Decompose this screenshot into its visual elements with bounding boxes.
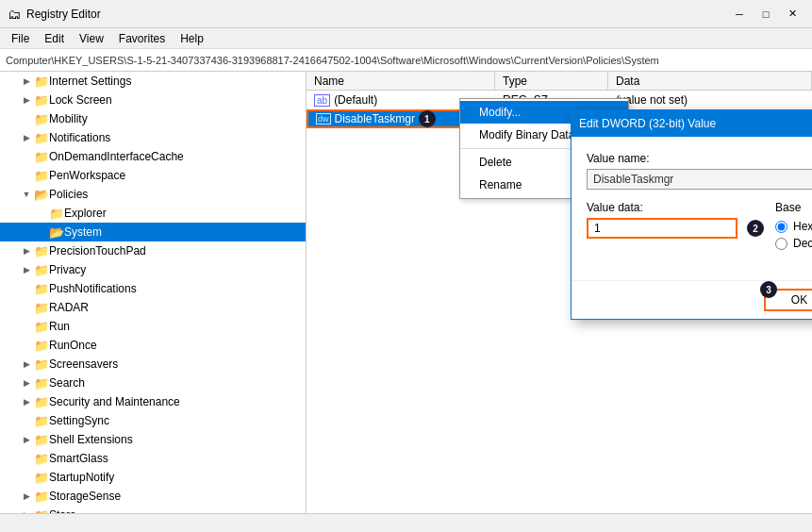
- menu-view[interactable]: View: [72, 30, 111, 47]
- tree-item-policies[interactable]: ▼ 📂 Policies: [0, 185, 306, 204]
- folder-icon: 📁: [34, 471, 49, 485]
- tree-item-notifications[interactable]: ▶ 📁 Notifications: [0, 128, 306, 147]
- folder-icon: 📁: [34, 508, 49, 514]
- tree-item-settingsync[interactable]: 📁 SettingSync: [0, 411, 306, 430]
- expand-icon: [19, 281, 34, 296]
- expand-icon: [19, 413, 34, 428]
- value-data-input[interactable]: [587, 218, 737, 239]
- tree-item-radar[interactable]: 📁 RADAR: [0, 298, 306, 317]
- tree-item-store[interactable]: ▶ 📁 Store: [0, 506, 306, 513]
- folder-icon: 📁: [34, 150, 49, 164]
- address-path: Computer\HKEY_USERS\S-1-5-21-3407337436-…: [6, 55, 659, 66]
- folder-icon: 📁: [34, 263, 49, 277]
- expand-icon: ▶: [19, 507, 34, 513]
- values-header: Name Type Data: [307, 72, 812, 91]
- radio-dec-input[interactable]: [775, 238, 787, 250]
- tree-item-security[interactable]: ▶ 📁 Security and Maintenance: [0, 392, 306, 411]
- tree-item-ondemand[interactable]: 📁 OnDemandInterfaceCache: [0, 147, 306, 166]
- tree-label: PrecisionTouchPad: [49, 244, 146, 258]
- folder-icon: 📁: [34, 490, 49, 504]
- tree-label: OnDemandInterfaceCache: [49, 150, 184, 163]
- radio-dec-label: Decimal: [793, 237, 812, 250]
- expand-icon: ▶: [19, 262, 34, 277]
- tree-label: Notifications: [49, 131, 110, 144]
- value-name-input[interactable]: [587, 169, 812, 190]
- value-data-default: (value not set): [608, 91, 812, 109]
- tree-item-internet-settings[interactable]: ▶ 📁 Internet Settings: [0, 72, 306, 91]
- maximize-button[interactable]: □: [754, 5, 778, 24]
- folder-icon: 📁: [49, 207, 64, 221]
- column-type: Type: [495, 72, 608, 90]
- expand-icon: ▶: [19, 432, 34, 447]
- minimize-button[interactable]: ─: [727, 5, 752, 24]
- expand-icon: ▼: [19, 187, 34, 202]
- expand-icon: ▶: [19, 130, 34, 145]
- base-label: Base: [775, 201, 812, 214]
- radio-hexadecimal[interactable]: Hexadecimal: [775, 220, 812, 233]
- tree-item-shellextensions[interactable]: ▶ 📁 Shell Extensions: [0, 430, 306, 449]
- tree-label: Privacy: [49, 263, 86, 276]
- tree-item-penworkspace[interactable]: 📁 PenWorkspace: [0, 166, 306, 185]
- tree-item-mobility[interactable]: 📁 Mobility: [0, 109, 306, 128]
- window-controls: ─ □ ✕: [727, 5, 804, 24]
- reg-dword-icon: dw: [316, 113, 331, 125]
- tree-item-screensavers[interactable]: ▶ 📁 Screensavers: [0, 355, 306, 374]
- tree-label: PenWorkspace: [49, 169, 125, 182]
- tree-item-system[interactable]: 📂 System: [0, 223, 306, 241]
- expand-icon: [19, 168, 34, 183]
- tree-item-search[interactable]: ▶ 📁 Search: [0, 374, 306, 392]
- tree-label: Mobility: [49, 112, 88, 125]
- radio-decimal[interactable]: Decimal: [775, 237, 812, 250]
- expand-icon: [19, 111, 34, 126]
- folder-icon: 📁: [34, 357, 49, 372]
- folder-icon: 📁: [34, 395, 49, 409]
- menu-file[interactable]: File: [4, 30, 37, 47]
- expand-icon: [34, 206, 49, 221]
- tree-label: Search: [49, 376, 85, 390]
- menu-favorites[interactable]: Favorites: [111, 30, 173, 47]
- tree-item-precisiontouchpad[interactable]: ▶ 📁 PrecisionTouchPad: [0, 241, 306, 260]
- column-data: Data: [608, 72, 812, 90]
- menu-edit[interactable]: Edit: [37, 30, 72, 47]
- dialog-footer: OK 3 Cancel: [572, 280, 812, 319]
- dialog-title: Edit DWORD (32-bit) Value: [579, 117, 812, 130]
- tree-label: SmartGlass: [49, 452, 108, 465]
- radio-hex-label: Hexadecimal: [793, 220, 812, 233]
- tree-label: Security and Maintenance: [49, 395, 180, 408]
- tree-label: Store: [49, 508, 76, 513]
- close-button[interactable]: ✕: [780, 5, 804, 24]
- tree-item-pushnotifications[interactable]: 📁 PushNotifications: [0, 279, 306, 298]
- radio-hex-input[interactable]: [775, 221, 787, 233]
- tree-label: Screensavers: [49, 357, 118, 371]
- tree-label: PushNotifications: [49, 282, 137, 295]
- expand-icon: ▶: [19, 92, 34, 108]
- title-bar-title: Registry Editor: [26, 8, 727, 21]
- tree-item-smartglass[interactable]: 📁 SmartGlass: [0, 449, 306, 468]
- tree-item-runonce[interactable]: 📁 RunOnce: [0, 336, 306, 355]
- tree-item-storagesense[interactable]: ▶ 📁 StorageSense: [0, 487, 306, 506]
- address-bar: Computer\HKEY_USERS\S-1-5-21-3407337436-…: [0, 49, 812, 72]
- expand-icon: [34, 224, 49, 240]
- tree-item-explorer[interactable]: 📁 Explorer: [0, 204, 306, 223]
- folder-icon: 📁: [34, 433, 49, 447]
- folder-icon: 📁: [34, 169, 49, 183]
- value-data-group: Value data: 2: [587, 201, 764, 254]
- title-bar: 🗂 Registry Editor ─ □ ✕: [0, 0, 812, 28]
- folder-icon: 📁: [34, 339, 49, 353]
- expand-icon: ▶: [19, 489, 34, 504]
- folder-icon: 📁: [34, 131, 49, 145]
- dialog-data-row: Value data: 2 Base Hexadecimal: [587, 201, 812, 254]
- expand-icon: [19, 300, 34, 315]
- tree-label: RADAR: [49, 301, 89, 314]
- tree-item-privacy[interactable]: ▶ 📁 Privacy: [0, 260, 306, 279]
- badge-3: 3: [760, 281, 777, 298]
- tree-scroll[interactable]: ▶ 📁 Internet Settings ▶ 📁 Lock Screen 📁 …: [0, 72, 306, 513]
- folder-icon: 📁: [34, 320, 49, 334]
- tree-label: RunOnce: [49, 339, 97, 352]
- tree-item-startupnotify[interactable]: 📁 StartupNotify: [0, 468, 306, 487]
- folder-icon: 📁: [34, 93, 49, 108]
- tree-item-lock-screen[interactable]: ▶ 📁 Lock Screen: [0, 91, 306, 109]
- menu-help[interactable]: Help: [173, 30, 211, 47]
- values-panel: Name Type Data ab (Default) REG_SZ (valu…: [307, 72, 812, 513]
- tree-item-run[interactable]: 📁 Run: [0, 317, 306, 336]
